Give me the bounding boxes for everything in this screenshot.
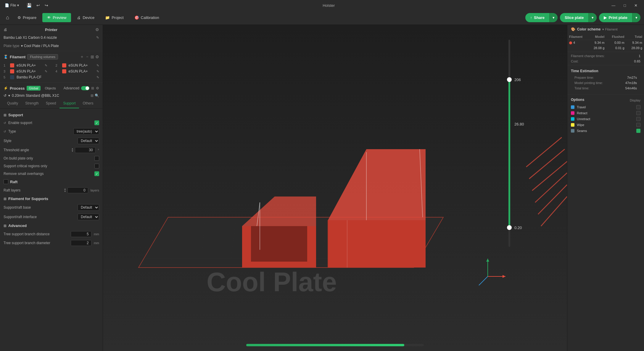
filament-2-edit[interactable]: ✎ [96, 64, 99, 67]
wipe-checkbox[interactable] [636, 123, 640, 127]
printer-edit-button[interactable]: ✎ [96, 36, 99, 40]
plate-type-dropdown[interactable]: ▾ Cool Plate / PLA Plate [21, 44, 59, 48]
tab-speed[interactable]: Speed [42, 99, 60, 108]
close-button[interactable]: ✕ [630, 1, 642, 9]
nav-project[interactable]: 📁 Project [100, 13, 128, 22]
add-filament-button[interactable]: ＋ [80, 54, 84, 59]
threshold-angle-input[interactable] [75, 147, 96, 153]
save-button[interactable]: 💾 [25, 2, 33, 9]
support-section-header[interactable]: ⊞ Support [0, 111, 103, 119]
global-button[interactable]: Global [27, 86, 41, 91]
main-layout: 🖨 Printer ⚙ Bambu Lab X1 Carbon 0.4 nozz… [0, 25, 644, 351]
filament-5-edit[interactable]: ✎ [96, 75, 99, 79]
nav-calibration[interactable]: 🎯 Calibration [130, 13, 164, 22]
support-section-title: Support [8, 113, 23, 117]
filament-1-edit[interactable]: ✎ [45, 64, 47, 67]
model-printing-label: Model printing time: [574, 81, 603, 85]
plate-label-text: Cool Plate [207, 267, 337, 297]
filament-4-edit[interactable]: ✎ [96, 70, 99, 73]
critical-regions-checkbox[interactable] [94, 164, 99, 168]
remove-overhangs-checkbox[interactable]: ✓ [94, 171, 99, 176]
slice-dropdown[interactable]: ▾ [588, 13, 597, 22]
home-button[interactable]: ⌂ [4, 12, 12, 23]
advanced-section-header[interactable]: ⊞ Advanced [0, 222, 103, 230]
filament-supports-icon: ⊞ [4, 197, 7, 201]
retract-checkbox[interactable] [636, 111, 640, 115]
layer-num-top: 206 [514, 78, 521, 82]
raft-checkbox[interactable] [4, 179, 8, 184]
share-button[interactable]: ↑ Share [525, 13, 549, 22]
travel-checkbox[interactable] [636, 105, 640, 109]
maximize-button[interactable]: □ [619, 1, 630, 9]
profile-buttons: ⊞ 🔍 [91, 94, 99, 98]
raft-section-header[interactable]: Raft [0, 178, 103, 186]
type-select[interactable]: tree(auto) [73, 128, 99, 135]
profile-settings-button[interactable]: ⚙ [96, 86, 99, 90]
cost-value: 0.65 [634, 59, 640, 63]
share-dropdown[interactable]: ▾ [549, 13, 558, 22]
filament-color-5[interactable] [10, 75, 14, 79]
col-total: Total [626, 34, 644, 40]
color-scheme-dropdown[interactable]: ▾ Filament [602, 28, 617, 31]
raft-down[interactable]: ▼ [63, 190, 67, 193]
tab-strength[interactable]: Strength [22, 99, 42, 108]
total-time-value: 54m46s [625, 86, 637, 90]
tab-quality[interactable]: Quality [4, 99, 22, 108]
tree-branch-distance-input[interactable] [71, 231, 91, 237]
support-raft-interface-select[interactable]: Default [78, 214, 99, 220]
on-build-plate-checkbox[interactable] [94, 156, 99, 161]
prepare-time-value: 7m27s [627, 76, 637, 79]
print-dropdown[interactable]: ▾ [632, 13, 640, 22]
copy-profile-button[interactable]: ⊞ [91, 86, 94, 90]
total-time-label: Total time: [574, 86, 589, 90]
color-scheme-header: 🎨 Color scheme ▾ Filament [567, 25, 644, 34]
threshold-angle-row: Threshold angle ▲ ▼ ° [0, 146, 103, 154]
filament-supports-header[interactable]: ⊞ Filament for Supports [0, 195, 103, 203]
undo-button[interactable]: ↩ [35, 2, 42, 9]
viewport[interactable]: 1 [103, 25, 567, 351]
layer-thumb-top[interactable] [507, 77, 512, 82]
reset-type-icon: ↺ [4, 130, 6, 133]
advanced-switch[interactable] [81, 86, 89, 90]
minimize-button[interactable]: — [607, 1, 619, 9]
advanced-section-icon: ⊞ [4, 224, 7, 228]
printer-section: 🖨 Printer ⚙ [0, 25, 103, 34]
save-profile-button[interactable]: ⊞ [91, 94, 94, 98]
threshold-down[interactable]: ▼ [71, 150, 74, 152]
display-label: Display [630, 99, 640, 102]
support-raft-base-select[interactable]: Default [78, 204, 99, 211]
enable-support-checkbox[interactable]: ✓ [94, 120, 99, 125]
filament-color-4[interactable] [62, 69, 66, 73]
nav-device[interactable]: 🖨 Device [72, 13, 99, 22]
remove-filament-button[interactable]: － [85, 54, 89, 59]
filament-color-3[interactable] [10, 69, 14, 73]
nav-prepare[interactable]: ⚙ Prepare [13, 13, 41, 22]
filament-color-1[interactable] [10, 63, 14, 67]
objects-button[interactable]: Objects [42, 86, 58, 91]
tab-others[interactable]: Others [79, 99, 97, 108]
seams-checkbox[interactable] [636, 129, 640, 133]
filament-3-edit[interactable]: ✎ [45, 70, 47, 73]
unretract-checkbox[interactable] [636, 117, 640, 121]
search-profile-button[interactable]: 🔍 [95, 94, 99, 98]
file-menu[interactable]: 📄 File ▾ [2, 2, 21, 9]
threshold-angle-label: Threshold angle [4, 148, 68, 152]
style-select[interactable]: Default [78, 138, 99, 144]
flushing-volumes-button[interactable]: Flushing volumes [27, 54, 58, 59]
tab-support[interactable]: Support [59, 99, 79, 108]
nav-preview[interactable]: 👁 Preview [42, 13, 71, 22]
threshold-degree-symbol: ° [98, 148, 99, 152]
filament-supports-title: Filament for Supports [8, 197, 48, 201]
filament-options-button[interactable]: ⊞ [91, 54, 94, 59]
redo-button[interactable]: ↪ [43, 2, 50, 9]
on-build-plate-label: On build plate only [4, 156, 92, 160]
layer-thumb-bottom[interactable] [507, 225, 512, 230]
tree-branch-diameter-input[interactable] [71, 240, 91, 246]
slice-button[interactable]: Slice plate [560, 13, 588, 22]
print-button[interactable]: ▶ Print plate [599, 13, 632, 22]
printer-settings-button[interactable]: ⚙ [95, 27, 99, 32]
unretract-color [571, 117, 574, 121]
filament-settings-button[interactable]: ⚙ [95, 54, 99, 59]
raft-layers-input[interactable] [67, 187, 88, 193]
filament-color-2[interactable] [62, 63, 66, 67]
